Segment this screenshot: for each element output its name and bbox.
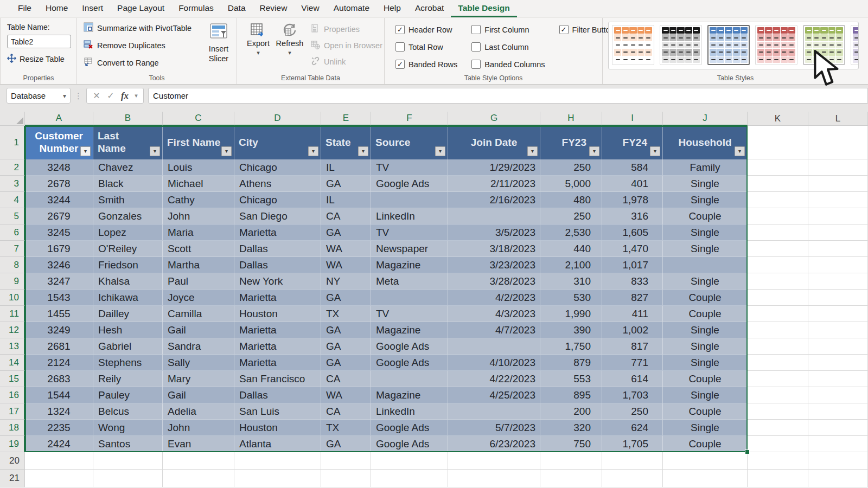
empty-cell[interactable] xyxy=(808,355,868,371)
table-header-cell[interactable]: Last Name▾ xyxy=(93,126,163,159)
tab-view[interactable]: View xyxy=(294,0,326,17)
cell[interactable]: LinkedIn xyxy=(371,208,448,224)
cell[interactable] xyxy=(663,257,748,273)
empty-cell[interactable] xyxy=(808,306,868,322)
empty-cell[interactable] xyxy=(93,452,163,470)
empty-cell[interactable] xyxy=(748,420,808,436)
empty-cell[interactable] xyxy=(540,470,602,487)
cell[interactable]: 4/7/2023 xyxy=(448,322,540,338)
cell[interactable]: 3247 xyxy=(25,273,93,290)
row-header-13[interactable]: 13 xyxy=(0,338,25,355)
column-header-G[interactable]: G xyxy=(448,112,540,126)
cell[interactable]: GA xyxy=(321,338,371,355)
cell[interactable]: 817 xyxy=(602,338,663,355)
cell[interactable]: 2/16/2023 xyxy=(448,192,540,208)
cell[interactable]: San Diego xyxy=(234,208,321,224)
cell[interactable]: Meta xyxy=(371,273,448,290)
cell[interactable]: 2235 xyxy=(25,420,93,436)
tab-data[interactable]: Data xyxy=(221,0,253,17)
cell[interactable]: IL xyxy=(321,159,371,176)
row-header-16[interactable]: 16 xyxy=(0,387,25,403)
table-style-swatch-purple[interactable] xyxy=(851,25,859,65)
cancel-button[interactable]: ✕ xyxy=(90,91,103,101)
cell[interactable]: GA xyxy=(321,290,371,306)
cell[interactable]: GA xyxy=(321,224,371,241)
cell[interactable]: Reily xyxy=(93,371,163,387)
cell[interactable]: NY xyxy=(321,273,371,290)
filter-button-icon[interactable]: ▾ xyxy=(221,146,232,156)
cell[interactable]: 3248 xyxy=(25,159,93,176)
tab-file[interactable]: File xyxy=(11,0,39,17)
cell[interactable]: 553 xyxy=(540,371,602,387)
cell[interactable]: WA xyxy=(321,387,371,403)
cell[interactable]: Evan xyxy=(163,436,234,452)
cell[interactable]: 1,705 xyxy=(602,436,663,452)
unchecked-checkbox-icon[interactable] xyxy=(471,60,481,69)
cell[interactable]: Wong xyxy=(93,420,163,436)
cell[interactable]: 2681 xyxy=(25,338,93,355)
cell[interactable]: Single xyxy=(663,273,748,290)
row-header-2[interactable]: 2 xyxy=(0,159,25,176)
cell[interactable]: 833 xyxy=(602,273,663,290)
empty-cell[interactable] xyxy=(25,452,93,470)
cell[interactable]: Houston xyxy=(234,420,321,436)
empty-cell[interactable] xyxy=(602,452,663,470)
cell[interactable]: Camilla xyxy=(163,306,234,322)
grid-corner-cell[interactable] xyxy=(0,112,25,126)
tab-review[interactable]: Review xyxy=(253,0,295,17)
empty-cell[interactable] xyxy=(808,420,868,436)
empty-cell[interactable] xyxy=(371,470,448,487)
cell[interactable]: 5/7/2023 xyxy=(448,420,540,436)
row-header-6[interactable]: 6 xyxy=(0,224,25,241)
empty-cell[interactable] xyxy=(808,224,868,241)
cell[interactable]: Ichikawa xyxy=(93,290,163,306)
empty-cell[interactable] xyxy=(448,452,540,470)
cell[interactable]: 4/25/2023 xyxy=(448,387,540,403)
filter-button-icon[interactable]: ▾ xyxy=(650,146,660,156)
cell[interactable]: Couple xyxy=(663,436,748,452)
resize-table-button[interactable]: Resize Table xyxy=(7,54,71,65)
empty-cell[interactable] xyxy=(748,355,808,371)
cell[interactable]: Chicago xyxy=(234,159,321,176)
row-header-15[interactable]: 15 xyxy=(0,371,25,387)
cell[interactable]: WA xyxy=(321,241,371,257)
empty-cell[interactable] xyxy=(663,452,748,470)
cell[interactable]: Gabriel xyxy=(93,338,163,355)
empty-cell[interactable] xyxy=(163,452,234,470)
cell[interactable] xyxy=(371,192,448,208)
cell[interactable]: Houston xyxy=(234,306,321,322)
empty-cell[interactable] xyxy=(808,322,868,338)
cell[interactable]: Marietta xyxy=(234,290,321,306)
empty-cell[interactable] xyxy=(748,257,808,273)
row-header-17[interactable]: 17 xyxy=(0,403,25,420)
filter-button-icon[interactable]: ▾ xyxy=(358,146,368,156)
refresh-button[interactable]: Refresh ▾ xyxy=(274,22,305,67)
cell[interactable]: 3249 xyxy=(25,322,93,338)
cell[interactable]: 1455 xyxy=(25,306,93,322)
cell[interactable]: Belcus xyxy=(93,403,163,420)
empty-cell[interactable] xyxy=(540,452,602,470)
empty-cell[interactable] xyxy=(808,403,868,420)
empty-cell[interactable] xyxy=(748,387,808,403)
option-banded-rows[interactable]: ✓Banded Rows xyxy=(395,60,457,69)
empty-cell[interactable] xyxy=(748,290,808,306)
cell[interactable] xyxy=(371,290,448,306)
column-header-I[interactable]: I xyxy=(602,112,663,126)
table-header-cell[interactable]: FY24▾ xyxy=(602,126,663,159)
empty-cell[interactable] xyxy=(808,192,868,208)
option-first-column[interactable]: First Column xyxy=(471,25,545,34)
cell[interactable]: Chicago xyxy=(234,192,321,208)
empty-cell[interactable] xyxy=(321,452,371,470)
cell[interactable]: GA xyxy=(321,355,371,371)
cell[interactable]: 895 xyxy=(540,387,602,403)
empty-cell[interactable] xyxy=(748,126,808,159)
cell[interactable]: 2679 xyxy=(25,208,93,224)
empty-cell[interactable] xyxy=(748,208,808,224)
cell[interactable]: Newspaper xyxy=(371,241,448,257)
empty-cell[interactable] xyxy=(93,470,163,487)
table-style-swatch-black[interactable] xyxy=(660,25,702,65)
table-header-cell[interactable]: Customer Number▾ xyxy=(25,126,93,159)
column-header-F[interactable]: F xyxy=(371,112,448,126)
cell[interactable]: 4/22/2023 xyxy=(448,371,540,387)
empty-cell[interactable] xyxy=(748,470,808,487)
